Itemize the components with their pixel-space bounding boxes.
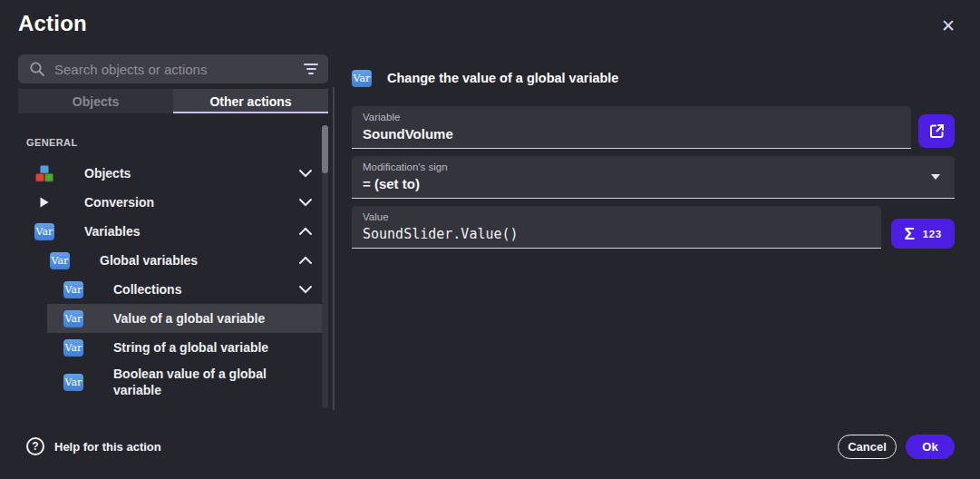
numbers-badge: 123 [923,229,942,240]
tree-item-variables[interactable]: Var Variables [18,217,324,246]
tree-section-general: GENERAL [26,137,78,148]
modification-sign-select[interactable]: Modification's sign = (set to) [352,156,955,199]
tree-item-conversion[interactable]: Conversion [18,188,324,217]
variable-icon: Var [63,309,83,327]
action-dialog: Action ✕ Objects Other actions GENERAL [0,0,980,479]
open-variable-editor-button[interactable] [918,114,955,148]
ok-button[interactable]: Ok [906,435,955,459]
filter-icon[interactable] [303,64,319,74]
expression-builder-button[interactable]: Σ 123 [891,219,955,249]
variable-icon: Var [50,251,70,269]
close-button[interactable]: ✕ [936,13,961,38]
tab-bar: Objects Other actions [18,89,328,113]
variable-icon: Var [34,222,54,240]
sigma-icon: Σ [904,225,914,242]
value-expression-field[interactable]: Value SoundSlider.Value() [352,206,881,249]
variable-field-value: SoundVolume [363,126,453,142]
objects-cubes-icon [34,164,54,182]
tab-other-actions[interactable]: Other actions [173,89,328,113]
open-in-new-icon [928,122,946,140]
variable-icon: Var [63,373,83,391]
tree-item-value-of-global-variable[interactable]: Var Value of a global variable [18,304,324,333]
modification-sign-value: = (set to) [363,176,420,191]
search-box [18,54,328,83]
variable-icon: Var [63,338,83,357]
tree-scrollbar-track [322,125,328,408]
tree-item-global-variables[interactable]: Var Global variables [18,246,324,275]
value-field-label: Value [363,211,389,222]
help-icon: ? [26,437,44,455]
panel-divider [333,87,335,410]
tab-objects[interactable]: Objects [18,89,173,113]
chevron-up-icon[interactable] [298,256,313,265]
variable-icon: Var [63,280,83,298]
variable-field[interactable]: Variable SoundVolume [352,106,911,149]
tree-scrollbar-thumb[interactable] [322,125,328,173]
help-label: Help for this action [54,440,161,454]
close-icon: ✕ [941,15,956,36]
value-field-value: SoundSlider.Value() [363,226,519,242]
action-header: Var Change the value of a global variabl… [352,69,618,87]
tree-item-boolean-of-global-variable[interactable]: Var Boolean value of a global variable [18,362,324,402]
dropdown-caret-icon [931,174,940,180]
tree-item-string-of-global-variable[interactable]: Var String of a global variable [18,333,324,362]
cancel-button[interactable]: Cancel [838,435,897,459]
chevron-down-icon[interactable] [298,169,313,178]
chevron-up-icon[interactable] [298,227,313,236]
tree-item-objects[interactable]: Objects [18,159,324,188]
variable-icon: Var [352,70,372,87]
help-link[interactable]: ? Help for this action [26,437,161,455]
chevron-down-icon[interactable] [298,198,313,207]
triangle-right-icon [34,193,54,211]
page-title: Action [18,11,87,36]
variable-field-label: Variable [363,112,400,122]
tree-item-collections[interactable]: Var Collections [18,275,324,304]
action-title: Change the value of a global variable [387,71,618,85]
chevron-down-icon[interactable] [298,285,313,294]
search-input[interactable] [18,54,328,83]
modification-sign-label: Modification's sign [363,161,448,172]
